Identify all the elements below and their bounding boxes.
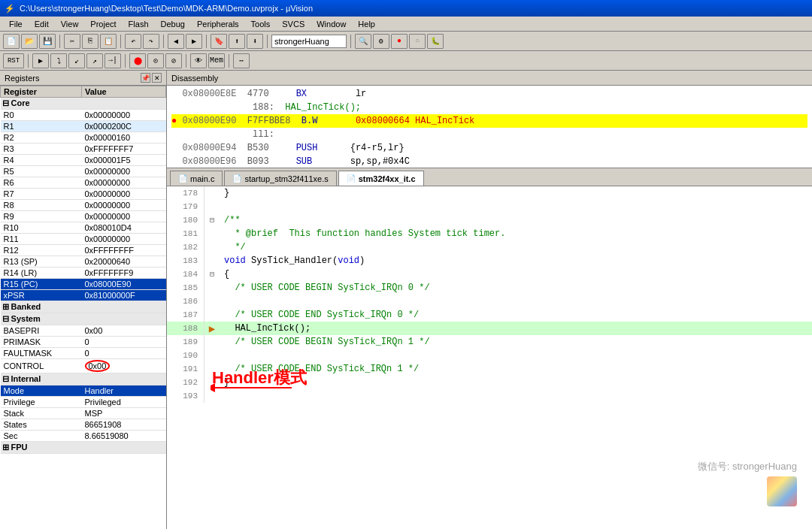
reg-r6[interactable]: R6 0x00000000 [1, 177, 166, 189]
toolbar-2: RST ▶ ⤵ ↙ ↗ →| ⬤ ⊙ ⊘ 👁 Mem ⋯ [0, 51, 812, 71]
menu-window[interactable]: Window [311, 18, 352, 30]
watch-btn[interactable]: 👁 [190, 53, 207, 68]
debug-btn[interactable]: 🐛 [427, 34, 444, 49]
reg-r11[interactable]: R11 0x00000000 [1, 234, 166, 245]
reg-r8[interactable]: R8 0x00000000 [1, 200, 166, 211]
tab-startup-label: startup_stm32f411xe.s [244, 174, 328, 183]
reg-control[interactable]: CONTROL 0x00 [1, 359, 166, 373]
reg-r0[interactable]: R0 0x00000000 [1, 110, 166, 121]
reg-r10[interactable]: R10 0x080010D4 [1, 222, 166, 234]
menu-peripherals[interactable]: Peripherals [191, 18, 245, 30]
reg-mode[interactable]: Mode Handler [1, 385, 166, 397]
sep-2 [120, 35, 121, 48]
registers-pin-btn[interactable]: 📌 [141, 73, 150, 83]
redo-btn[interactable]: ↷ [143, 34, 159, 49]
reg-r14[interactable]: R14 (LR) 0xFFFFFFF9 [1, 268, 166, 279]
run2-btn[interactable]: ▶ [32, 53, 49, 68]
more-btn[interactable]: ⋯ [233, 53, 250, 68]
reg-r1[interactable]: R1 0x0000200C [1, 121, 166, 132]
reg-r12[interactable]: R12 0xFFFFFFFF [1, 245, 166, 256]
registers-header: Registers 📌 ✕ [0, 71, 166, 86]
reg-stack[interactable]: Stack MSP [1, 408, 166, 419]
tab-stm32-it[interactable]: 📄 stm32f4xx_it.c [338, 171, 424, 186]
menu-svcs[interactable]: SVCS [276, 18, 311, 30]
reg-r7[interactable]: R7 0x00000000 [1, 189, 166, 200]
reg-sec[interactable]: Sec 8.66519080 [1, 431, 166, 442]
sep-6 [350, 35, 351, 48]
reg-privilege[interactable]: Privilege Privileged [1, 397, 166, 408]
menu-tools[interactable]: Tools [245, 18, 277, 30]
reg-primask[interactable]: PRIMASK 0 [1, 337, 166, 348]
reg-r2[interactable]: R2 0x00000160 [1, 132, 166, 144]
system-section: ⊟ System [1, 313, 166, 325]
settings-btn[interactable]: ⚙ [373, 34, 389, 49]
code-line-186: 186 [167, 295, 812, 308]
menu-help[interactable]: Help [352, 18, 381, 30]
registers-close-btn[interactable]: ✕ [152, 73, 162, 83]
breakpoint-btn[interactable]: ⬤ [129, 53, 146, 68]
bookmark-next-btn[interactable]: ⬇ [247, 34, 263, 49]
menu-view[interactable]: View [55, 18, 85, 30]
control-circle: 0x00 [85, 360, 111, 372]
menu-file[interactable]: File [3, 18, 29, 30]
reg-basepri[interactable]: BASEPRI 0x00 [1, 325, 166, 337]
reg-r15-pc[interactable]: R15 (PC) 0x08000E90 [1, 279, 166, 290]
menu-flash[interactable]: Flash [123, 18, 155, 30]
run-btn[interactable]: ● [391, 34, 408, 49]
tab-main-c[interactable]: 📄 main.c [170, 171, 223, 186]
internal-section: ⊟ Internal [1, 373, 166, 385]
bp-enable-btn[interactable]: ⊙ [147, 53, 164, 68]
sep-t2-1 [28, 54, 29, 68]
reg-r4[interactable]: R4 0x000001F5 [1, 155, 166, 166]
disasm-line-3: ● 0x08000E90 F7FFBBE8 B.W 0x08000664 HAL… [171, 114, 807, 128]
title-bar: ⚡ C:\Users\strongerHuang\Desktop\Test\De… [0, 0, 812, 17]
banked-section: ⊞ Banked [1, 301, 166, 313]
reg-states[interactable]: States 86651908 [1, 419, 166, 431]
disasm-line-1: 0x08000E8E 4770 BX lr [171, 87, 807, 101]
disassembly-content[interactable]: 0x08000E8E 4770 BX lr 188: HAL_IncTick()… [167, 86, 812, 168]
tab-startup[interactable]: 📄 startup_stm32f411xe.s [224, 171, 336, 186]
memory-btn[interactable]: Mem [208, 53, 225, 68]
watermark: 微信号: strongerHuang [698, 460, 797, 506]
registers-panel: Registers 📌 ✕ Register Value ⊟ Core [0, 71, 167, 529]
open-btn[interactable]: 📂 [21, 34, 38, 49]
stop-btn[interactable]: ○ [409, 34, 426, 49]
run-to-btn[interactable]: →| [105, 53, 121, 68]
watermark-logo [698, 476, 797, 506]
reg-r13[interactable]: R13 (SP) 0x20000640 [1, 256, 166, 268]
registers-table: Register Value ⊟ Core R0 0x00000000 R1 [0, 86, 166, 454]
watermark-text: 微信号: strongerHuang [698, 460, 797, 473]
main-layout: Registers 📌 ✕ Register Value ⊟ Core [0, 71, 812, 529]
reg-r9[interactable]: R9 0x00000000 [1, 211, 166, 222]
right-panel: Disassembly 0x08000E8E 4770 BX lr 188: H… [167, 71, 812, 529]
code-content[interactable]: 178 } 179 180 ⊟ /** 181 [167, 186, 812, 529]
bp-disable-btn[interactable]: ⊘ [165, 53, 182, 68]
registers-content: Register Value ⊟ Core R0 0x00000000 R1 [0, 86, 166, 529]
bookmark-btn[interactable]: 🔖 [211, 34, 227, 49]
paste-btn[interactable]: 📋 [100, 34, 117, 49]
nav-back-btn[interactable]: ◀ [168, 34, 184, 49]
save-btn[interactable]: 💾 [39, 34, 56, 49]
reg-faultmask[interactable]: FAULTMASK 0 [1, 348, 166, 359]
menu-edit[interactable]: Edit [29, 18, 55, 30]
reset-btn[interactable]: RST [3, 53, 24, 68]
search-btn[interactable]: 🔍 [355, 34, 371, 49]
cut-btn[interactable]: ✂ [64, 34, 80, 49]
copy-btn[interactable]: ⎘ [82, 34, 98, 49]
new-file-btn[interactable]: 📄 [3, 34, 20, 49]
tab-stm32-it-icon: 📄 [347, 174, 356, 183]
undo-btn[interactable]: ↶ [125, 34, 141, 49]
reg-r3[interactable]: R3 0xFFFFFFF7 [1, 144, 166, 155]
step-in-btn[interactable]: ↙ [68, 53, 85, 68]
menu-project[interactable]: Project [84, 18, 122, 30]
step-over-btn[interactable]: ⤵ [50, 53, 67, 68]
disasm-line-2: 188: HAL_IncTick(); [171, 101, 807, 114]
menu-debug[interactable]: Debug [155, 18, 191, 30]
step-out-btn[interactable]: ↗ [86, 53, 103, 68]
bookmark-prev-btn[interactable]: ⬆ [229, 34, 245, 49]
target-input[interactable] [271, 35, 347, 48]
nav-fwd-btn[interactable]: ▶ [186, 34, 202, 49]
reg-r5[interactable]: R5 0x00000000 [1, 166, 166, 177]
code-line-181: 181 * @brief This function handles Syste… [167, 227, 812, 240]
reg-xpsr[interactable]: xPSR 0x81000000F [1, 290, 166, 301]
